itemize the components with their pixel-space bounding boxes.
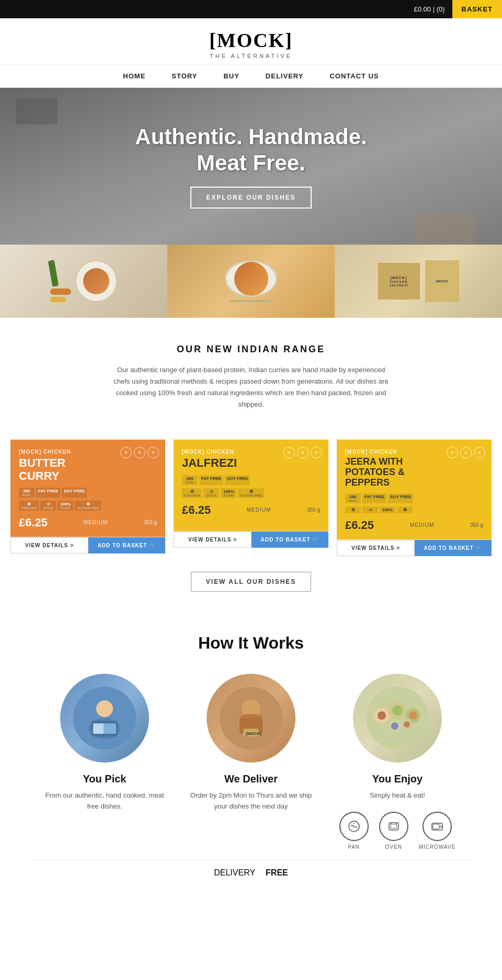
main-nav: HOME STORY BUY DELIVERY CONTACT US [0,65,502,88]
steps-row: You Pick From our authentic, hand cooked… [31,674,471,855]
p-icon-3: ✕ [147,447,159,458]
step-desc-pick: From our authentic, hand cooked, meat fr… [42,790,167,812]
svg-point-27 [396,823,397,824]
product-actions-3: VIEW DETAILS > ADD TO BASKET 🛒 [337,539,492,556]
oven-icon [379,812,408,841]
nutrition-row-2: 280KCAL FAT FREE SOY FREE [182,475,320,485]
food-strip-item-1 [0,245,167,318]
pan-icon [339,812,369,841]
svg-text:[MOCK]: [MOCK] [246,731,261,736]
food-strip-item-3: [MOCK]CHICKENJALFREZI [MOCK] [335,245,502,318]
food-visual-2 [167,245,335,318]
step-icon-pick [73,687,136,750]
basket-button[interactable]: BASKET [452,0,502,18]
p-icon-2: ✕ [134,447,145,458]
step-circle-deliver: [MOCK] [207,674,295,763]
pan-label: PAN [339,844,369,850]
svg-point-18 [378,711,386,720]
product-name-1: BUTTERCURRY [19,457,157,482]
product-bottom-1: £6.25 MEDIUM 350 g [19,516,157,529]
svg-point-21 [391,722,398,730]
hero-headline: Authentic. Handmade. Meat Free. [135,124,367,177]
food-photo-strip: [MOCK]CHICKENJALFREZI [MOCK] [0,245,502,318]
indian-range-desc: Our authentic range of plant-based prote… [110,364,392,410]
step-desc-deliver: Order by 2pm Mon to Thurs and we ship yo… [188,790,314,812]
product-label-2: ✕ ✕ ✕ [MOCK] CHICKEN JALFREZI 280KCAL FA… [174,440,328,531]
product-actions-2: VIEW DETAILS > ADD TO BASKET 🛒 [174,531,328,548]
product-card-jeera: ✕ ✕ ✕ [MOCK] CHICKEN JEERA WITHPOTATOES … [337,440,492,556]
step-deliver: [MOCK] We Deliver Order by 2pm Mon to Th… [188,674,314,855]
hero-cta-button[interactable]: EXPLORE OUR DISHES [190,187,311,209]
product-weight-3: 350 g [470,522,483,528]
nav-buy[interactable]: BUY [223,72,239,80]
svg-point-26 [391,823,392,824]
logo-name: MOCK [217,29,285,51]
product-card-jalfrezi: ✕ ✕ ✕ [MOCK] CHICKEN JALFREZI 280KCAL FA… [174,440,328,556]
how-it-works-section: How It Works You Pick From our authentic… [0,613,502,911]
food-strip-item-2 [167,245,335,318]
svg-rect-29 [433,824,439,829]
step-icon-enjoy [366,687,429,750]
add-basket-button-2[interactable]: ADD TO BASKET 🛒 [252,532,328,548]
product-card-butter-curry: ✕ ✕ ✕ [MOCK] CHICKEN BUTTERCURRY 280KCAL… [10,440,165,556]
step-circle-enjoy [353,674,442,763]
p-icon-8: ✕ [460,447,472,458]
nav-home[interactable]: HOME [123,72,145,80]
step-circle-pick [60,674,149,763]
microwave-icon [423,812,452,841]
view-details-button-2[interactable]: VIEW DETAILS > [174,532,252,548]
products-row: ✕ ✕ ✕ [MOCK] CHICKEN BUTTERCURRY 280KCAL… [0,440,502,556]
nutrition-row-1b: ⚙TORCHON ☆STYLE 100%PLANT ♻GLUTEN FREE [19,501,157,511]
product-icons-2: ✕ ✕ ✕ [283,447,322,458]
basket-price: £0.00 | (0) [407,0,452,18]
nav-contact[interactable]: CONTACT US [329,72,379,80]
nav-story[interactable]: STORY [172,72,197,80]
step-desc-enjoy: Simply heat & eat! [335,790,460,801]
step-enjoy: You Enjoy Simply heat & eat! PAN OVEN [335,674,460,855]
svg-point-30 [440,825,442,827]
svg-point-20 [409,711,417,720]
product-name-2: JALFREZI [182,457,320,469]
top-bar: £0.00 | (0) BASKET [0,0,502,18]
svg-point-2 [96,700,113,717]
step-title-deliver: We Deliver [188,773,314,785]
nutrition-row-1: 280KCAL FAT FREE SOY FREE [19,488,157,498]
logo-bracket-open: [ [209,29,217,51]
view-details-button-1[interactable]: VIEW DETAILS > [10,537,88,554]
food-visual-1 [0,245,167,318]
svg-rect-5 [93,723,104,734]
basket-area: £0.00 | (0) BASKET [407,0,502,18]
product-price-2: £6.25 [182,503,211,517]
product-label-3: ✕ ✕ ✕ [MOCK] CHICKEN JEERA WITHPOTATOES … [337,440,492,539]
product-bottom-2: £6.25 MEDIUM 350 g [182,503,320,517]
product-heat-2: MEDIUM [247,507,271,513]
step-title-pick: You Pick [42,773,167,785]
p-icon-9: ✕ [474,447,485,458]
add-basket-button-1[interactable]: ADD TO BASKET 🛒 [88,537,165,554]
cooking-icon-microwave: MICROWAVE [419,812,456,850]
nav-delivery[interactable]: DELIVERY [266,72,304,80]
site-header: [MOCK] THE ALTERNATIVE [0,18,502,65]
product-heat-1: MEDIUM [84,520,108,525]
product-weight-2: 350 g [307,507,320,513]
delivery-strip: DELIVERY FREE [31,860,471,885]
svg-point-19 [392,705,403,716]
cooking-icons: PAN OVEN MICROWAVE [335,801,460,855]
delivery-free-label: FREE [266,868,288,878]
food-visual-3: [MOCK]CHICKENJALFREZI [MOCK] [335,245,502,318]
product-heat-3: MEDIUM [410,522,435,528]
add-basket-button-3[interactable]: ADD TO BASKET 🛒 [415,540,492,556]
indian-range-section: OUR NEW INDIAN RANGE Our authentic range… [0,318,502,440]
hero-content: Authentic. Handmade. Meat Free. EXPLORE … [135,124,367,209]
nutrition-row-2b: ⚙TORCHON ☆STYLE 100%PLANT ♻GLUTEN FREE [182,488,320,498]
p-icon-7: ✕ [447,447,458,458]
view-details-button-3[interactable]: VIEW DETAILS > [337,540,415,556]
view-all-button[interactable]: VIEW ALL OUR DISHES [191,572,312,592]
product-weight-1: 350 g [144,520,157,525]
nutrition-row-3: 280KCAL FAT FREE SOY FREE [345,493,483,503]
p-icon-1: ✕ [120,447,132,458]
nutrition-row-3b: ⚙ ☆ 100% ♻ [345,506,483,513]
delivery-label: DELIVERY [214,868,255,878]
microwave-label: MICROWAVE [419,844,456,850]
svg-rect-25 [391,824,397,828]
